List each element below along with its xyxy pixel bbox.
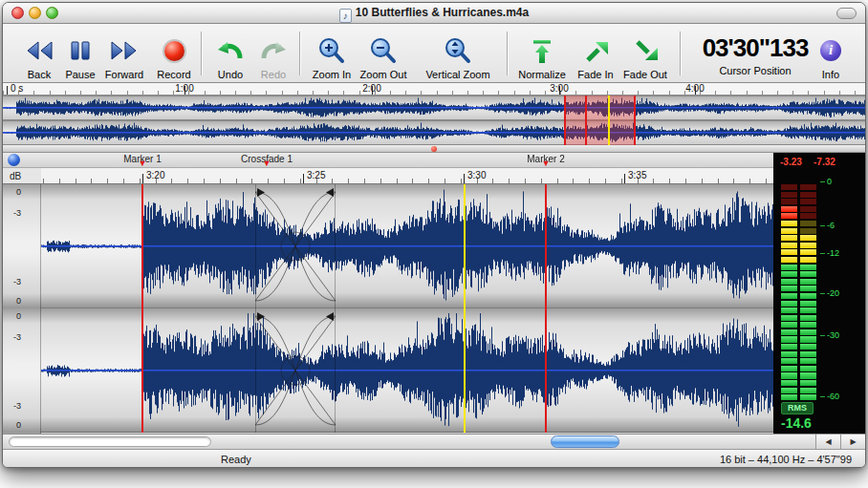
toolbar: Back Pause Forward Record Undo Redo Zoom… [3, 24, 865, 83]
undo-icon [217, 34, 244, 67]
marker-triangle-icon[interactable]: ▼ [542, 159, 551, 168]
pause-button[interactable]: Pause [55, 27, 105, 80]
audio-format-text: 16 bit – 44,100 Hz – 4'57"99 [720, 454, 852, 465]
info-icon: i [820, 34, 841, 67]
window-title-text: 10 Butterflies & Hurricanes.m4a [356, 6, 529, 19]
rms-label: RMS [781, 402, 814, 414]
marker-triangle-icon[interactable]: ▼ [263, 159, 271, 168]
meter-scale-value: -12 [827, 248, 839, 258]
db-value: -3 [13, 208, 21, 218]
playhead-line-overview [608, 95, 610, 145]
back-label: Back [28, 69, 51, 80]
db-value: -3 [13, 277, 21, 286]
db-scale-header: dB [3, 168, 41, 184]
waveform-channel-left[interactable] [41, 184, 773, 308]
record-button[interactable]: Record [149, 27, 199, 80]
fade-in-button[interactable]: Fade In [571, 27, 620, 80]
pause-icon [68, 34, 93, 67]
music-file-icon: ♪ [339, 9, 352, 23]
forward-button[interactable]: Forward [99, 27, 149, 80]
normalize-icon [531, 34, 553, 67]
cursor-position-display: 03'30"133 Cursor Position [684, 33, 827, 76]
redo-icon [260, 34, 287, 67]
scroll-left-button[interactable]: ◀ [815, 435, 840, 450]
db-value: 0 [16, 187, 21, 197]
indicator-icon[interactable] [8, 154, 20, 166]
peak-value-right: -7.32 [814, 157, 835, 167]
cursor-position-value: 03'30"133 [684, 33, 827, 63]
zoom-in-icon [317, 34, 346, 67]
window-title: ♪10 Butterflies & Hurricanes.m4a [3, 6, 865, 23]
zoom-out-label: Zoom Out [360, 69, 407, 80]
overview-waveform-right[interactable] [3, 121, 866, 144]
selection-region[interactable] [565, 95, 635, 145]
status-bar: Ready 16 bit – 44,100 Hz – 4'57"99 [3, 449, 865, 468]
db-value: 0 [16, 311, 21, 321]
undo-label: Undo [218, 69, 243, 80]
pause-label: Pause [65, 69, 95, 80]
db-value: -3 [13, 332, 21, 342]
marker-strip[interactable]: Marker 1 ▼ Crossfade 1 ▼ Marker 2 ▼ [3, 153, 773, 168]
main-edit-area: Marker 1 ▼ Crossfade 1 ▼ Marker 2 ▼ dB 3… [3, 153, 865, 434]
fade-in-label: Fade In [577, 69, 613, 80]
zoom-out-icon [369, 34, 398, 67]
marker-2-line-overview [634, 95, 636, 145]
marker-2-line [545, 184, 547, 433]
meter-scale-value: -6 [827, 221, 835, 230]
overview-waveform-left[interactable] [3, 96, 866, 119]
ruler-label: 3:35 [628, 170, 646, 180]
db-scale-gutter: 0 -3 -3 0 0 -3 -3 0 [3, 184, 41, 434]
info-button[interactable]: i Info [808, 27, 854, 80]
normalize-button[interactable]: Normalize [512, 27, 572, 80]
forward-icon [110, 34, 139, 67]
splitter-handle-icon[interactable] [431, 146, 437, 152]
meter-scale-value: -20 [827, 288, 839, 298]
overview-waveform[interactable] [3, 95, 865, 145]
crossfade-line-overview [585, 95, 587, 145]
ruler-label: 3:20 [146, 170, 164, 180]
db-value: -3 [13, 401, 21, 411]
titlebar[interactable]: ♪10 Butterflies & Hurricanes.m4a [3, 3, 865, 24]
crossfade-overlay[interactable] [255, 184, 336, 308]
overview-ruler[interactable]: 0 s 1:00 2:00 3:00 4:00 [3, 83, 865, 95]
status-text: Ready [221, 454, 251, 465]
playhead-line [464, 184, 466, 433]
waveform-channel-right[interactable] [41, 308, 773, 433]
fade-in-icon [583, 34, 609, 67]
app-window: ♪10 Butterflies & Hurricanes.m4a Back Pa… [2, 2, 866, 468]
ruler-label: 3:25 [307, 170, 325, 180]
cursor-position-label: Cursor Position [684, 65, 827, 76]
redo-button[interactable]: Redo [249, 27, 298, 80]
scroll-right-button[interactable]: ▶ [840, 435, 865, 450]
redo-label: Redo [261, 69, 286, 80]
marker-1-line [141, 184, 143, 433]
record-icon [164, 34, 184, 67]
level-meter-panel: -3.23 -7.32 0 -6 -12 -20 -30 -60 RMS -14… [773, 153, 866, 434]
info-label: Info [822, 69, 839, 80]
ruler-label: 0 s [11, 83, 23, 94]
db-label: dB [10, 171, 21, 181]
marker-triangle-icon[interactable]: ▼ [139, 159, 147, 168]
vertical-zoom-icon [444, 34, 472, 67]
crossfade-overlay[interactable] [255, 308, 336, 433]
scrollbar-thumb[interactable] [551, 435, 619, 448]
forward-label: Forward [105, 69, 143, 80]
meter-scale-value: 0 [827, 177, 832, 186]
zoom-in-button[interactable]: Zoom In [307, 27, 357, 80]
horizontal-scrollbar[interactable]: ◀ ▶ [3, 434, 865, 449]
pane-splitter[interactable] [3, 145, 865, 153]
zoom-out-button[interactable]: Zoom Out [357, 27, 410, 80]
toolbar-separator [680, 32, 681, 75]
level-meter-right [800, 184, 816, 402]
fade-out-button[interactable]: Fade Out [618, 27, 672, 80]
db-value: 0 [16, 420, 21, 430]
toolbar-toggle-button[interactable] [836, 8, 857, 19]
main-ruler[interactable]: 3:20 3:25 3:30 3:35 [41, 168, 773, 184]
record-label: Record [157, 69, 190, 80]
zoom-in-label: Zoom In [313, 69, 351, 80]
vertical-zoom-button[interactable]: Vertical Zoom [417, 27, 499, 80]
level-meter-left [781, 184, 797, 402]
marker-1-line-overview [564, 95, 566, 145]
toolbar-separator [299, 32, 300, 75]
progress-track [9, 436, 211, 447]
